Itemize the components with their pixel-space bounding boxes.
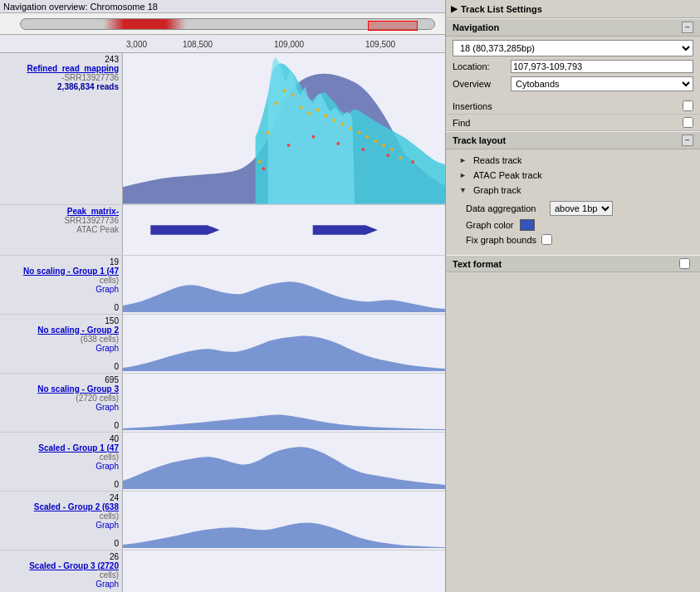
peak-matrix-srr: SRR13927736 [64, 216, 119, 225]
svg-point-23 [361, 148, 365, 151]
svg-point-2 [267, 131, 270, 135]
track-label-refined-read: 243 Refined_read_mapping -SRR13927736 2,… [0, 53, 123, 204]
location-row: Location: [453, 60, 693, 73]
track-label-scaled-g3: 26 Scaled - Group 3 (2720 cells) Graph 0 [0, 550, 123, 592]
text-format-header[interactable]: Text format [446, 255, 700, 272]
track-label-noscale-g2: 150 No scaling - Group 2 (638 cells) Gra… [0, 315, 123, 373]
track-content-refined-read [123, 53, 445, 204]
track-row-scaled-g1: 40 Scaled - Group 1 (47 cells) Graph 0 [0, 433, 445, 492]
navigation-section-content: 18 (80,373,285bp) Location: Overview Cyt… [446, 37, 700, 98]
svg-point-6 [299, 106, 302, 110]
svg-point-8 [316, 109, 319, 112]
svg-point-24 [386, 154, 389, 157]
track-label-noscale-g3: 695 No scaling - Group 3 (2720 cells) Gr… [0, 374, 123, 432]
svg-point-10 [332, 119, 335, 122]
read-mapping-chart [123, 53, 445, 204]
svg-point-18 [399, 156, 402, 159]
svg-point-11 [340, 123, 344, 126]
svg-point-9 [324, 115, 327, 118]
track-label-scaled-g2: 24 Scaled - Group 2 (638 cells) Graph 0 [0, 492, 123, 550]
data-aggregation-row: Data aggregation above 1bp [466, 201, 680, 216]
track-row-refined-read: 243 Refined_read_mapping -SRR13927736 2,… [0, 53, 445, 205]
reads-track-header[interactable]: ► Reads track [453, 153, 693, 168]
track-row-noscale-g1: 19 No scaling - Group 1 (47 cells) Graph… [0, 256, 445, 315]
data-agg-label: Data aggregation [466, 203, 545, 213]
track-layout-header[interactable]: Track layout − [446, 131, 700, 149]
nav-overview-bar: Navigation overview: Chromosome 18 [0, 0, 445, 13]
track-row-scaled-g2: 24 Scaled - Group 2 (638 cells) Graph 0 [0, 492, 445, 550]
svg-point-16 [382, 144, 385, 147]
text-format-label: Text format [453, 259, 502, 269]
left-panel: Navigation overview: Chromosome 18 3,000… [0, 0, 446, 592]
track-layout-content: ► Reads track ► ATAC Peak track ▼ Graph … [446, 149, 700, 255]
track-content-noscale-g2 [123, 315, 445, 373]
peak-matrix-name[interactable]: Peak_matrix- [67, 207, 119, 216]
noscale-g2-chart [123, 315, 445, 371]
svg-point-25 [411, 160, 414, 164]
text-format-checkbox[interactable] [679, 258, 690, 269]
text-format-section: Text format [446, 255, 700, 272]
overview-label: Overview [453, 79, 511, 89]
svg-point-5 [291, 93, 294, 96]
graph-track-header[interactable]: ▼ Graph track [453, 183, 693, 198]
track-layout-collapse-btn[interactable]: − [682, 135, 693, 146]
svg-point-7 [307, 112, 311, 115]
settings-header-title: Track List Settings [461, 4, 542, 14]
find-label: Find [453, 118, 470, 128]
ruler-label-4: 109,500 [365, 40, 395, 49]
svg-point-20 [286, 144, 290, 147]
find-checkbox[interactable] [683, 117, 693, 128]
scaled-g1-chart [123, 433, 445, 489]
location-label: Location: [453, 61, 511, 71]
atac-peak-header[interactable]: ► ATAC Peak track [453, 168, 693, 183]
track-label-noscale-g1: 19 No scaling - Group 1 (47 cells) Graph… [0, 256, 123, 314]
svg-rect-34 [123, 550, 445, 592]
chromosome-select[interactable]: 18 (80,373,285bp) [453, 40, 693, 56]
svg-point-22 [336, 142, 340, 145]
reads-track-arrow: ► [459, 156, 467, 164]
navigation-collapse-btn[interactable]: − [682, 22, 693, 33]
refined-read-srr: -SRR13927736 [61, 73, 119, 82]
graph-color-swatch[interactable] [520, 219, 535, 231]
refined-read-count: 2,386,834 reads [57, 82, 119, 91]
svg-point-3 [275, 101, 278, 105]
track-label-scaled-g1: 40 Scaled - Group 1 (47 cells) Graph 0 [0, 433, 123, 491]
settings-header: ▶ Track List Settings [446, 0, 700, 18]
settings-header-arrow: ▶ [451, 4, 458, 13]
atac-peak-arrow: ► [459, 171, 467, 179]
data-aggregation-select[interactable]: above 1bp [550, 201, 613, 216]
fix-graph-bounds-row: Fix graph bounds [466, 234, 680, 245]
location-input[interactable] [511, 60, 693, 73]
scaled-g2-chart [123, 492, 445, 548]
track-layout-label: Track layout [453, 135, 506, 145]
navigation-section-header[interactable]: Navigation − [446, 18, 700, 37]
svg-point-4 [283, 89, 286, 92]
atac-peak-subsection: ► ATAC Peak track [453, 168, 693, 183]
insertions-label: Insertions [453, 101, 492, 111]
graph-track-label: Graph track [473, 185, 521, 195]
track-content-noscale-g1 [123, 256, 445, 314]
track-content-peak-matrix [123, 205, 445, 255]
svg-point-21 [311, 135, 315, 139]
fix-graph-bounds-checkbox[interactable] [541, 234, 552, 245]
navigation-section: Navigation − 18 (80,373,285bp) Location:… [446, 18, 700, 98]
peak-matrix-chart [126, 208, 442, 252]
refined-read-name[interactable]: Refined_read_mapping [27, 64, 119, 73]
svg-point-19 [262, 167, 266, 170]
atac-peak-label: ATAC Peak track [473, 170, 542, 180]
ruler-label-1: 3,000 [126, 40, 147, 49]
svg-point-15 [374, 139, 377, 143]
svg-point-12 [349, 127, 352, 130]
graph-color-row: Graph color [466, 219, 680, 231]
chromosome-bar [0, 13, 445, 35]
reads-track-label: Reads track [473, 155, 522, 165]
track-content-scaled-g3 [123, 550, 445, 592]
track-layout-section: Track layout − ► Reads track ► ATAC Peak… [446, 131, 700, 255]
overview-select[interactable]: Cytobands [511, 76, 693, 91]
track-content-scaled-g1 [123, 433, 445, 491]
svg-marker-27 [150, 225, 219, 235]
track-row-noscale-g2: 150 No scaling - Group 2 (638 cells) Gra… [0, 315, 445, 374]
insertions-checkbox[interactable] [683, 100, 693, 111]
navigation-label: Navigation [453, 22, 499, 32]
track-label-peak-matrix: Peak_matrix- SRR13927736 ATAC Peak [0, 205, 123, 255]
